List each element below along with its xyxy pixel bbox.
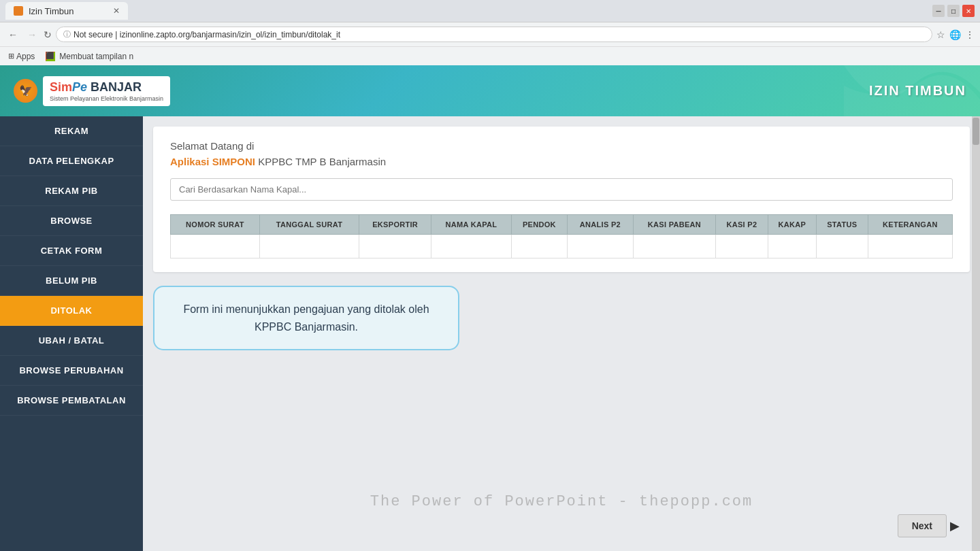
- app-name-highlight: Aplikasi SIMPONI: [170, 156, 255, 167]
- sidebar-item-rekam-pib[interactable]: REKAM PIB: [0, 176, 143, 206]
- app-name-rest: KPPBC TMP B Banjarmasin: [255, 156, 386, 167]
- welcome-app-line: Aplikasi SIMPONI KPPBC TMP B Banjarmasin: [170, 156, 953, 168]
- tab-close-button[interactable]: ✕: [113, 6, 120, 16]
- sidebar-item-belum-pib[interactable]: BELUM PIB: [0, 266, 143, 296]
- sidebar-item-browse[interactable]: BROWSE: [0, 206, 143, 236]
- col-kasi-p2: KASI P2: [715, 215, 768, 235]
- table-row: [171, 235, 953, 258]
- logo-sim: Sim: [50, 80, 72, 94]
- watermark: The Power of PowerPoint - thepopp.com: [370, 493, 753, 510]
- secure-icon: ⓘ: [63, 29, 71, 39]
- bookmark-ms-label: Membuat tampilan n: [59, 52, 133, 61]
- bookmark-star-icon[interactable]: ☆: [936, 29, 945, 40]
- app-header: 🦅 SimPe BANJAR Sistem Pelayanan Elektron…: [0, 65, 980, 116]
- next-button[interactable]: Next: [898, 514, 947, 537]
- cell: [816, 235, 868, 258]
- bookmarks-bar: ⊞ Apps ⬛ Membuat tampilan n: [0, 46, 980, 65]
- col-pendok: PENDOK: [511, 215, 567, 235]
- cell: [633, 235, 715, 258]
- forward-button[interactable]: →: [24, 28, 39, 41]
- tab-title: Izin Timbun: [29, 6, 74, 16]
- apps-grid-icon: ⊞: [8, 52, 14, 61]
- sidebar-item-ditolak[interactable]: DITOLAK: [0, 296, 143, 326]
- col-status: STATUS: [816, 215, 868, 235]
- maximize-button[interactable]: □: [947, 5, 960, 17]
- cell: [171, 235, 260, 258]
- window-controls: ─ □ ✕: [932, 5, 975, 17]
- bookmark-apps[interactable]: ⊞ Apps: [5, 50, 37, 63]
- sidebar-item-browse-perubahan[interactable]: BROWSE PERUBAHAN: [0, 356, 143, 386]
- browser-tab[interactable]: Izin Timbun ✕: [5, 2, 128, 20]
- cell: [768, 235, 816, 258]
- cell: [259, 235, 359, 258]
- cell: [868, 235, 952, 258]
- logo-pe: Pe: [72, 80, 87, 94]
- table-header-row: NOMOR SURAT TANGGAL SURAT EKSPORTIR NAMA…: [171, 215, 953, 235]
- address-box[interactable]: ⓘ Not secure | izinonline.zapto.org/banj…: [56, 27, 932, 42]
- search-input[interactable]: [170, 178, 953, 201]
- tab-favicon: [14, 6, 23, 16]
- next-arrow-icon: ▶: [950, 518, 960, 533]
- sidebar-item-browse-pembatalan[interactable]: BROWSE PEMBATALAN: [0, 386, 143, 416]
- minimize-button[interactable]: ─: [932, 5, 945, 17]
- col-nama-kapal: NAMA KAPAL: [431, 215, 512, 235]
- table-body: [171, 235, 953, 258]
- col-kakap: KAKAP: [768, 215, 816, 235]
- col-eksportir: EKSPORTIR: [359, 215, 431, 235]
- col-analis-p2: ANALIS P2: [567, 215, 633, 235]
- app-wrapper: 🦅 SimPe BANJAR Sistem Pelayanan Elektron…: [0, 65, 980, 551]
- sidebar-item-rekam[interactable]: REKAM: [0, 116, 143, 146]
- sidebar-item-cetak-form[interactable]: CETAK FORM: [0, 236, 143, 266]
- cell: [715, 235, 768, 258]
- content-card: Selamat Datang di Aplikasi SIMPONI KPPBC…: [153, 127, 970, 272]
- col-tanggal-surat: TANGGAL SURAT: [259, 215, 359, 235]
- bookmark-apps-label: Apps: [16, 52, 35, 61]
- address-text: Not secure | izinonline.zapto.org/banjar…: [74, 30, 340, 39]
- cell: [511, 235, 567, 258]
- logo-subtitle: Sistem Pelayanan Elektronik Banjarmasin: [50, 95, 163, 102]
- main-layout: REKAM DATA PELENGKAP REKAM PIB BROWSE CE…: [0, 116, 980, 551]
- cell: [359, 235, 431, 258]
- col-nomor-surat: NOMOR SURAT: [171, 215, 260, 235]
- scroll-thumb[interactable]: [973, 118, 979, 145]
- sidebar-item-ubah-batal[interactable]: UBAH / BATAL: [0, 326, 143, 356]
- sidebar: REKAM DATA PELENGKAP REKAM PIB BROWSE CE…: [0, 116, 143, 551]
- cell: [567, 235, 633, 258]
- scrollbar[interactable]: [972, 116, 980, 551]
- title-bar: Izin Timbun ✕ ─ □ ✕: [0, 0, 980, 22]
- info-text: Form ini menunjukkan pengajuan yang dito…: [172, 301, 441, 335]
- header-wave-decoration: [844, 65, 980, 116]
- next-button-area[interactable]: Next ▶: [898, 514, 960, 537]
- info-box: Form ini menunjukkan pengajuan yang dito…: [153, 286, 459, 350]
- logo-emblem: 🦅: [14, 79, 37, 103]
- col-kasi-pabean: KASI PABEAN: [633, 215, 715, 235]
- globe-icon[interactable]: 🌐: [949, 29, 961, 40]
- address-bar-row: ← → ↻ ⓘ Not secure | izinonline.zapto.or…: [0, 22, 980, 46]
- content-area: Selamat Datang di Aplikasi SIMPONI KPPBC…: [143, 116, 980, 551]
- data-table: NOMOR SURAT TANGGAL SURAT EKSPORTIR NAMA…: [170, 214, 953, 258]
- logo-banjar: BANJAR: [91, 80, 142, 94]
- header-logo: 🦅 SimPe BANJAR Sistem Pelayanan Elektron…: [14, 76, 170, 106]
- logo-box: SimPe BANJAR Sistem Pelayanan Elektronik…: [43, 76, 170, 106]
- col-keterangan: KETERANGAN: [868, 215, 952, 235]
- cell: [431, 235, 512, 258]
- welcome-line1: Selamat Datang di: [170, 140, 953, 152]
- bookmark-microsoft[interactable]: ⬛ Membuat tampilan n: [43, 50, 136, 63]
- menu-icon[interactable]: ⋮: [965, 29, 975, 40]
- close-button[interactable]: ✕: [962, 5, 975, 17]
- sidebar-item-data-pelengkap[interactable]: DATA PELENGKAP: [0, 146, 143, 176]
- reload-button[interactable]: ↻: [44, 29, 52, 40]
- back-button[interactable]: ←: [5, 28, 20, 41]
- logo-text: SimPe BANJAR: [50, 80, 142, 94]
